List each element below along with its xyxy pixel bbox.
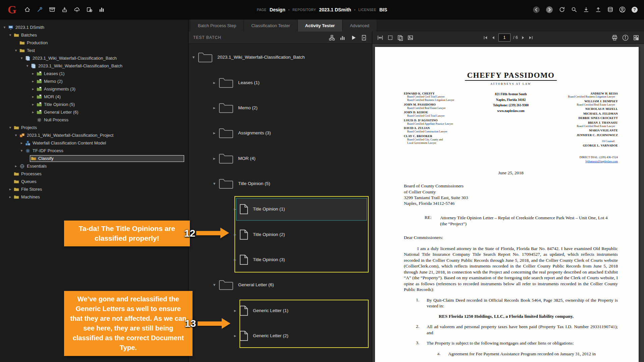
refresh-icon[interactable] — [559, 6, 565, 13]
import-icon[interactable] — [61, 6, 68, 13]
fit-width-icon[interactable] — [377, 35, 383, 41]
first-page-icon[interactable] — [483, 35, 488, 40]
tree-item[interactable]: ▾2023.1 DSmith — [0, 23, 188, 31]
chevron-down-icon[interactable]: ▾ — [19, 148, 24, 153]
document-canvas[interactable]: CHEFFY PASSIDOMO ATTORNEYS AT LAW EDWARD… — [372, 44, 644, 362]
chevron-right-icon[interactable]: ▸ — [231, 333, 239, 338]
tab-batch-process-step[interactable]: Batch Process Step — [191, 19, 244, 32]
chevron-right-icon[interactable]: ▸ — [231, 308, 239, 313]
batch-item[interactable]: ▾General Letter (6) — [189, 272, 372, 297]
batch-item[interactable]: ▸Assignments (3) — [189, 120, 372, 145]
tree-item[interactable]: ▸Leases (1) — [0, 70, 188, 77]
chevron-right-icon[interactable]: ▸ — [31, 79, 36, 83]
chevron-right-icon[interactable]: ▸ — [31, 110, 36, 114]
chevron-right-icon[interactable]: ▸ — [231, 206, 239, 212]
tree-item[interactable]: ▸Assignments (3) — [0, 85, 188, 93]
page-number-input[interactable] — [498, 34, 511, 42]
chevron-down-icon[interactable]: ▾ — [189, 55, 198, 60]
tree-item[interactable]: ▸Essentials — [0, 162, 188, 170]
grooper-logo[interactable]: G — [6, 4, 18, 15]
chevron-right-icon[interactable]: ▸ — [231, 257, 239, 262]
tree-item[interactable]: Null Process — [0, 116, 188, 124]
marquee-icon[interactable] — [387, 35, 393, 41]
chevron-right-icon[interactable]: ▸ — [8, 195, 13, 199]
tree-item[interactable]: ▾Batches — [0, 31, 188, 39]
chevron-right-icon[interactable]: ▸ — [31, 87, 36, 91]
chevron-right-icon[interactable]: ▸ — [13, 164, 18, 168]
chevron-right-icon[interactable]: ▸ — [210, 130, 219, 135]
chevron-right-icon[interactable]: ▸ — [8, 187, 13, 191]
pages-icon[interactable] — [397, 35, 404, 41]
tree-item[interactable]: ▸Memo (2) — [0, 77, 188, 85]
tools-icon[interactable] — [37, 6, 43, 13]
run-doc-icon[interactable] — [361, 35, 367, 41]
batch-item[interactable]: ▸MOR (4) — [189, 146, 372, 171]
chevron-down-icon[interactable]: ▾ — [19, 56, 24, 60]
process-tree-icon[interactable] — [329, 35, 335, 41]
batch-item[interactable]: ▸Leases (1) — [189, 70, 372, 95]
tree-item[interactable]: ▸File Stores — [0, 185, 188, 193]
info-icon[interactable] — [622, 35, 629, 41]
chevron-right-icon[interactable]: ▸ — [210, 156, 219, 161]
previous-page-icon[interactable] — [491, 35, 496, 40]
page-value[interactable]: Design — [270, 7, 285, 12]
tree-item[interactable]: ▸Waterfall Classification Content Model — [0, 139, 188, 147]
tree-item[interactable]: ▸General Letter (6) — [0, 108, 188, 116]
chevron-right-icon[interactable]: ▸ — [231, 232, 239, 237]
tab-activity-tester[interactable]: Activity Tester — [298, 19, 343, 32]
chevron-right-icon[interactable]: ▸ — [31, 71, 36, 76]
tree-item[interactable]: Classify — [0, 155, 188, 162]
nav-forward-icon[interactable] — [546, 6, 553, 13]
upload-icon[interactable] — [595, 6, 601, 13]
stats-icon[interactable] — [99, 6, 105, 13]
batches-icon[interactable] — [49, 6, 55, 13]
home-icon[interactable] — [24, 6, 31, 13]
tree-item[interactable]: ▾Projects — [0, 124, 188, 131]
cloud-upload-icon[interactable] — [74, 6, 80, 13]
tree-item[interactable]: ▾Test — [0, 47, 188, 54]
chart-icon[interactable] — [339, 35, 346, 41]
chevron-right-icon[interactable]: ▸ — [210, 80, 219, 85]
chevron-down-icon[interactable]: ▾ — [210, 282, 219, 287]
scheduled-tasks-icon[interactable] — [86, 6, 93, 13]
download-icon[interactable] — [583, 6, 589, 13]
chevron-down-icon[interactable]: ▾ — [13, 133, 18, 137]
tab-classification-tester[interactable]: Classification Tester — [244, 19, 298, 32]
tree-item[interactable]: Production — [0, 39, 188, 47]
chevron-down-icon[interactable]: ▾ — [8, 125, 13, 130]
tree-item[interactable]: ▾2023.1_Wiki_Waterfall-Classification_Pr… — [0, 131, 188, 139]
image-icon[interactable] — [407, 35, 414, 41]
layout-icon[interactable] — [633, 35, 639, 41]
tree-item[interactable]: ▸Title Opinion (5) — [0, 101, 188, 108]
nav-back-icon[interactable] — [533, 6, 540, 13]
tab-advanced[interactable]: Advanced — [342, 19, 377, 32]
repository-value[interactable]: 2023.1 DSmith — [319, 7, 351, 12]
search-icon[interactable] — [571, 6, 577, 13]
tree-item[interactable]: Queues — [0, 178, 188, 185]
batch-item[interactable]: ▾Title Opinion (5) — [189, 171, 372, 196]
batch-item[interactable]: ▸Memo (2) — [189, 95, 372, 120]
batch-item[interactable]: ▸Title Opinion (1) — [189, 196, 372, 222]
tree-item[interactable]: ▾2023.1_Wiki_Waterfall-Classification_Ba… — [0, 62, 188, 70]
batch-item[interactable]: ▸Title Opinion (3) — [189, 247, 372, 272]
email-link[interactable]: bjthanasiu@napleslaw.com — [404, 160, 618, 163]
chevron-down-icon[interactable]: ▾ — [25, 64, 30, 68]
database-icon[interactable] — [607, 6, 613, 13]
chevron-right-icon[interactable]: ▸ — [210, 105, 219, 110]
tree-item[interactable]: Processes — [0, 170, 188, 178]
batch-item[interactable]: ▾2023.1_Wiki_Waterfall-Classification_Ba… — [189, 45, 372, 70]
chevron-right-icon[interactable]: ▸ — [31, 95, 36, 99]
tree-item[interactable]: ▾2023.1_Wiki_Waterfall-Classification_Ba… — [0, 54, 188, 62]
chevron-down-icon[interactable]: ▾ — [210, 181, 219, 186]
chevron-right-icon[interactable]: ▸ — [31, 102, 36, 107]
chevron-right-icon[interactable]: ▸ — [19, 141, 24, 145]
tree-item[interactable]: ▾TF-IDF Process — [0, 147, 188, 155]
last-page-icon[interactable] — [528, 35, 533, 40]
user-icon[interactable] — [619, 6, 626, 13]
print-icon[interactable] — [611, 35, 618, 41]
help-icon[interactable]: ? — [631, 6, 638, 13]
tree-item[interactable]: ▸MOR (4) — [0, 93, 188, 101]
next-page-icon[interactable] — [521, 35, 526, 40]
tree-item[interactable]: ▸Machines — [0, 193, 188, 201]
chevron-down-icon[interactable]: ▾ — [8, 33, 13, 37]
